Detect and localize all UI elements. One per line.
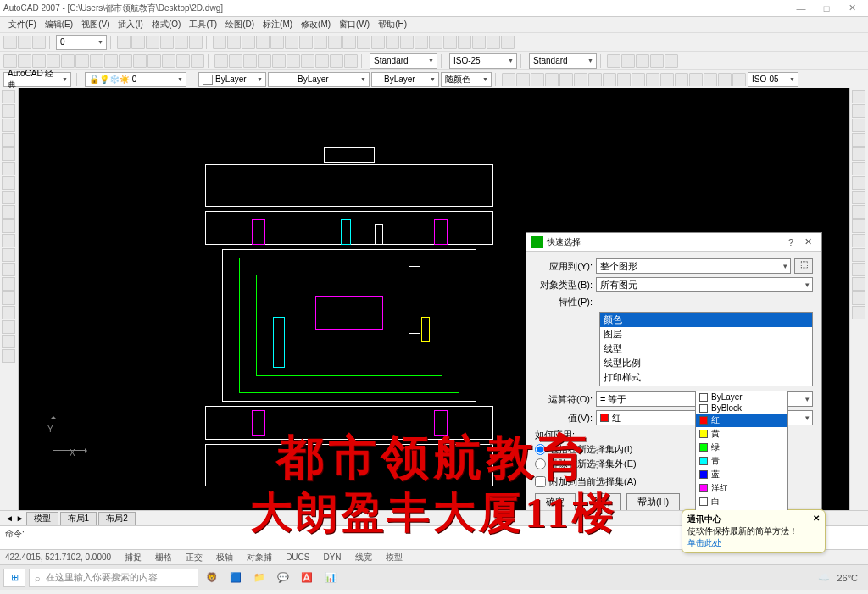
tb-icon[interactable] — [344, 54, 358, 68]
color-option-white[interactable]: 白 — [696, 495, 787, 508]
color-option-red[interactable]: 红 — [696, 414, 787, 427]
lineweight-dropdown[interactable]: — ByLayer — [371, 72, 439, 87]
ellipse-tool-icon[interactable] — [2, 219, 15, 233]
tb-icon[interactable] — [3, 54, 17, 68]
arc-tool-icon[interactable] — [2, 162, 15, 175]
color-option-byblock[interactable]: ByBlock — [696, 402, 787, 414]
tb-icon[interactable] — [119, 54, 132, 68]
tb-icon[interactable] — [531, 73, 544, 86]
menu-edit[interactable]: 编辑(E) — [42, 19, 76, 31]
list-item[interactable]: 线型比例 — [600, 356, 812, 370]
color-option-green[interactable]: 绿 — [696, 441, 787, 454]
dim-dropdown[interactable]: ISO-05 — [748, 72, 798, 87]
tb-icon[interactable] — [227, 36, 241, 49]
color-dropdown[interactable]: ByLayer — [198, 72, 266, 87]
tb-icon[interactable] — [131, 36, 145, 49]
tb-icon[interactable] — [160, 36, 174, 49]
break-tool-icon[interactable] — [852, 248, 865, 262]
tb-icon[interactable] — [287, 54, 300, 68]
tb-icon[interactable] — [646, 73, 659, 86]
tb-icon[interactable] — [458, 36, 471, 49]
block-tool-icon[interactable] — [2, 263, 15, 276]
move-tool-icon[interactable] — [852, 162, 865, 175]
tb-icon[interactable] — [61, 54, 75, 68]
trim-tool-icon[interactable] — [852, 219, 865, 233]
copy-tool-icon[interactable] — [852, 104, 865, 118]
menu-help[interactable]: 帮助(H) — [375, 19, 410, 31]
menu-window[interactable]: 窗口(W) — [336, 19, 373, 31]
erase-tool-icon[interactable] — [852, 90, 865, 103]
tb-icon[interactable] — [603, 73, 616, 86]
status-dyn[interactable]: DYN — [323, 552, 341, 562]
gradient-tool-icon[interactable] — [2, 306, 15, 319]
help-button[interactable]: 帮助(H) — [626, 493, 680, 510]
temperature-readout[interactable]: 26°C — [837, 573, 858, 583]
tb-icon[interactable] — [229, 54, 242, 68]
rectangle-tool-icon[interactable] — [2, 147, 15, 161]
tb-icon[interactable] — [443, 36, 457, 49]
tb-icon[interactable] — [315, 54, 329, 68]
menu-tools[interactable]: 工具(T) — [186, 19, 220, 31]
tb-icon[interactable] — [559, 73, 573, 86]
tb-icon[interactable] — [90, 54, 103, 68]
ok-button[interactable]: 确定 — [535, 493, 576, 510]
stretch-tool-icon[interactable] — [852, 205, 865, 219]
tb-icon[interactable] — [650, 54, 664, 68]
taskbar-app-icon[interactable]: 📊 — [320, 569, 341, 587]
line-tool-icon[interactable] — [2, 90, 15, 103]
tb-icon[interactable] — [501, 36, 515, 49]
tb-icon[interactable] — [256, 36, 270, 49]
tb-icon[interactable] — [3, 36, 17, 49]
color-option-magenta[interactable]: 洋红 — [696, 481, 787, 495]
tb-icon[interactable] — [675, 73, 688, 86]
weather-icon[interactable]: ☁️ — [818, 572, 830, 583]
tb-icon[interactable] — [214, 54, 228, 68]
tb-icon[interactable] — [18, 36, 31, 49]
tb-icon[interactable] — [574, 73, 587, 86]
list-item[interactable]: 颜色 — [600, 313, 812, 327]
taskbar-app-icon[interactable]: 🦁 — [202, 569, 222, 587]
point-tool-icon[interactable] — [2, 277, 15, 291]
polygon-tool-icon[interactable] — [2, 133, 15, 147]
textstyle-dropdown[interactable]: Standard — [370, 53, 437, 69]
status-lwt[interactable]: 线宽 — [355, 552, 372, 563]
tb-icon[interactable] — [660, 73, 674, 86]
tb-icon[interactable] — [371, 36, 385, 49]
tab-layout1[interactable]: 布局1 — [60, 512, 97, 525]
tb-icon[interactable] — [176, 54, 190, 68]
tb-icon[interactable] — [147, 54, 161, 68]
chamfer-tool-icon[interactable] — [852, 277, 865, 291]
tb-icon[interactable] — [342, 36, 356, 49]
tab-model[interactable]: 模型 — [26, 512, 58, 525]
minimize-button[interactable]: — — [788, 3, 814, 14]
tb-icon[interactable] — [32, 54, 46, 68]
tb-icon[interactable] — [47, 54, 60, 68]
explode-tool-icon[interactable] — [852, 306, 865, 319]
tb-icon[interactable] — [242, 36, 255, 49]
object-type-select[interactable]: 所有图元 — [596, 277, 813, 292]
tb-icon[interactable] — [133, 54, 147, 68]
tb-icon[interactable] — [400, 36, 414, 49]
tb-icon[interactable] — [516, 73, 530, 86]
menu-file[interactable]: 文件(F) — [5, 19, 40, 31]
plotstyle-dropdown[interactable]: 随颜色 — [441, 72, 492, 87]
insert-tool-icon[interactable] — [2, 248, 15, 262]
notif-link[interactable]: 单击此处 — [687, 538, 721, 547]
tb-icon[interactable] — [617, 73, 631, 86]
tb-icon[interactable] — [162, 54, 175, 68]
tb-icon[interactable] — [213, 36, 226, 49]
menu-insert[interactable]: 插入(I) — [114, 19, 146, 31]
tb-icon[interactable] — [258, 54, 271, 68]
status-osnap[interactable]: 对象捕 — [247, 552, 272, 563]
start-button[interactable]: ⊞ — [3, 569, 25, 587]
tablestyle-dropdown[interactable]: Standard — [529, 53, 597, 69]
extend-tool-icon[interactable] — [852, 234, 865, 247]
tb-icon[interactable] — [75, 54, 89, 68]
dialog-titlebar[interactable]: 快速选择 ? ✕ — [526, 233, 821, 252]
menu-modify[interactable]: 修改(M) — [298, 19, 334, 31]
scale-tool-icon[interactable] — [852, 191, 865, 204]
tb-icon[interactable] — [502, 73, 515, 86]
color-value-popup[interactable]: ByLayer ByBlock 红 黄 绿 青 蓝 洋红 白 选择颜色... — [695, 391, 788, 510]
layer-dropdown[interactable]: 🔓💡❄️☀️ 0 — [85, 72, 186, 87]
fillet-tool-icon[interactable] — [852, 291, 865, 305]
